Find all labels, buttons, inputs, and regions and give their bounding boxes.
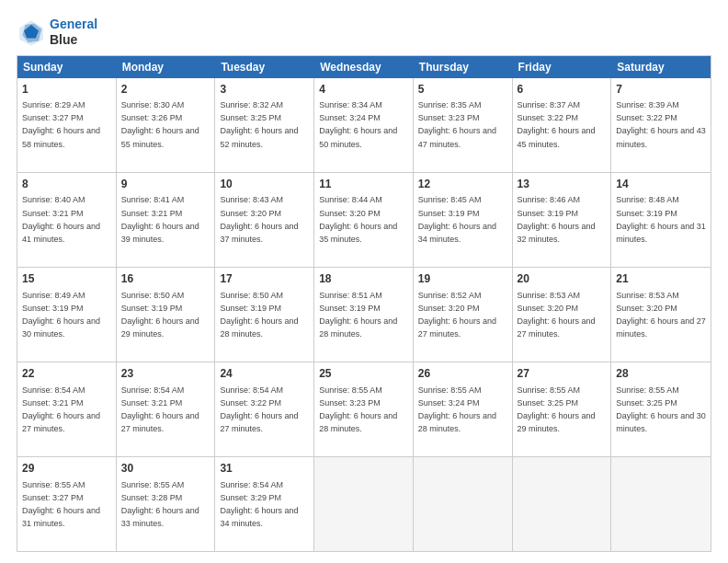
cell-info: Sunrise: 8:40 AMSunset: 3:21 PMDaylight:… — [22, 195, 100, 243]
cell-info: Sunrise: 8:32 AMSunset: 3:25 PMDaylight:… — [220, 100, 298, 148]
day-number: 10 — [220, 177, 309, 192]
cell-info: Sunrise: 8:55 AMSunset: 3:24 PMDaylight:… — [418, 385, 496, 433]
calendar-cell: 15 Sunrise: 8:49 AMSunset: 3:19 PMDaylig… — [17, 268, 117, 362]
calendar-cell: 10 Sunrise: 8:43 AMSunset: 3:20 PMDaylig… — [215, 173, 314, 267]
day-number: 31 — [220, 461, 309, 477]
calendar: SundayMondayTuesdayWednesdayThursdayFrid… — [17, 55, 711, 552]
day-number: 30 — [121, 461, 210, 477]
day-number: 5 — [418, 82, 507, 98]
calendar-cell: 8 Sunrise: 8:40 AMSunset: 3:21 PMDayligh… — [17, 173, 117, 267]
day-number: 16 — [121, 271, 210, 287]
calendar-header-cell: Wednesday — [314, 56, 414, 78]
cell-info: Sunrise: 8:55 AMSunset: 3:23 PMDaylight:… — [319, 385, 397, 433]
day-number: 24 — [220, 366, 309, 382]
day-number: 6 — [518, 82, 607, 98]
cell-info: Sunrise: 8:53 AMSunset: 3:20 PMDaylight:… — [616, 291, 706, 339]
calendar-cell: 21 Sunrise: 8:53 AMSunset: 3:20 PMDaylig… — [611, 268, 711, 362]
day-number: 26 — [418, 366, 507, 382]
calendar-cell: 5 Sunrise: 8:35 AMSunset: 3:23 PMDayligh… — [414, 78, 513, 172]
calendar-week: 8 Sunrise: 8:40 AMSunset: 3:21 PMDayligh… — [17, 173, 711, 268]
calendar-cell: 7 Sunrise: 8:39 AMSunset: 3:22 PMDayligh… — [611, 78, 711, 172]
day-number: 13 — [518, 177, 607, 192]
calendar-cell: 14 Sunrise: 8:48 AMSunset: 3:19 PMDaylig… — [611, 173, 711, 267]
day-number: 15 — [22, 271, 111, 287]
cell-info: Sunrise: 8:53 AMSunset: 3:20 PMDaylight:… — [518, 291, 596, 339]
calendar-cell: 20 Sunrise: 8:53 AMSunset: 3:20 PMDaylig… — [513, 268, 612, 362]
cell-info: Sunrise: 8:41 AMSunset: 3:21 PMDaylight:… — [121, 195, 199, 243]
cell-info: Sunrise: 8:46 AMSunset: 3:19 PMDaylight:… — [518, 195, 596, 243]
page: General Blue SundayMondayTuesdayWednesda… — [0, 0, 728, 563]
day-number: 2 — [121, 82, 210, 98]
cell-info: Sunrise: 8:50 AMSunset: 3:19 PMDaylight:… — [121, 291, 199, 339]
calendar-cell: 26 Sunrise: 8:55 AMSunset: 3:24 PMDaylig… — [414, 362, 513, 456]
day-number: 11 — [319, 177, 408, 192]
day-number: 20 — [518, 271, 607, 287]
calendar-cell: 2 Sunrise: 8:30 AMSunset: 3:26 PMDayligh… — [117, 78, 216, 172]
calendar-cell: 11 Sunrise: 8:44 AMSunset: 3:20 PMDaylig… — [314, 173, 414, 267]
calendar-week: 29 Sunrise: 8:55 AMSunset: 3:27 PMDaylig… — [17, 457, 711, 551]
day-number: 28 — [616, 366, 706, 382]
calendar-cell: 29 Sunrise: 8:55 AMSunset: 3:27 PMDaylig… — [17, 457, 117, 551]
day-number: 1 — [22, 82, 111, 98]
calendar-header-cell: Monday — [117, 56, 216, 78]
calendar-cell: 22 Sunrise: 8:54 AMSunset: 3:21 PMDaylig… — [17, 362, 117, 456]
calendar-cell-empty — [513, 457, 612, 551]
calendar-cell: 16 Sunrise: 8:50 AMSunset: 3:19 PMDaylig… — [117, 268, 216, 362]
calendar-cell: 12 Sunrise: 8:45 AMSunset: 3:19 PMDaylig… — [414, 173, 513, 267]
cell-info: Sunrise: 8:30 AMSunset: 3:26 PMDaylight:… — [121, 100, 199, 148]
calendar-cell-empty — [414, 457, 513, 551]
cell-info: Sunrise: 8:29 AMSunset: 3:27 PMDaylight:… — [22, 100, 100, 148]
day-number: 7 — [616, 82, 706, 98]
calendar-cell: 13 Sunrise: 8:46 AMSunset: 3:19 PMDaylig… — [513, 173, 612, 267]
day-number: 18 — [319, 271, 408, 287]
calendar-cell: 28 Sunrise: 8:55 AMSunset: 3:25 PMDaylig… — [611, 362, 711, 456]
day-number: 3 — [220, 82, 309, 98]
cell-info: Sunrise: 8:54 AMSunset: 3:22 PMDaylight:… — [220, 385, 298, 433]
calendar-header-cell: Tuesday — [215, 56, 314, 78]
calendar-header: SundayMondayTuesdayWednesdayThursdayFrid… — [17, 56, 711, 78]
day-number: 22 — [22, 366, 111, 382]
cell-info: Sunrise: 8:55 AMSunset: 3:28 PMDaylight:… — [121, 480, 199, 528]
cell-info: Sunrise: 8:45 AMSunset: 3:19 PMDaylight:… — [418, 195, 496, 243]
calendar-cell: 27 Sunrise: 8:55 AMSunset: 3:25 PMDaylig… — [513, 362, 612, 456]
day-number: 14 — [616, 177, 706, 192]
calendar-cell-empty — [611, 457, 711, 551]
day-number: 12 — [418, 177, 507, 192]
cell-info: Sunrise: 8:48 AMSunset: 3:19 PMDaylight:… — [616, 195, 706, 243]
calendar-cell: 30 Sunrise: 8:55 AMSunset: 3:28 PMDaylig… — [117, 457, 216, 551]
cell-info: Sunrise: 8:54 AMSunset: 3:29 PMDaylight:… — [220, 480, 298, 528]
cell-info: Sunrise: 8:44 AMSunset: 3:20 PMDaylight:… — [319, 195, 397, 243]
calendar-header-cell: Saturday — [611, 56, 711, 78]
cell-info: Sunrise: 8:37 AMSunset: 3:22 PMDaylight:… — [518, 100, 596, 148]
day-number: 17 — [220, 271, 309, 287]
calendar-cell: 17 Sunrise: 8:50 AMSunset: 3:19 PMDaylig… — [215, 268, 314, 362]
cell-info: Sunrise: 8:35 AMSunset: 3:23 PMDaylight:… — [418, 100, 496, 148]
calendar-cell: 19 Sunrise: 8:52 AMSunset: 3:20 PMDaylig… — [414, 268, 513, 362]
cell-info: Sunrise: 8:43 AMSunset: 3:20 PMDaylight:… — [220, 195, 298, 243]
calendar-header-cell: Friday — [513, 56, 612, 78]
day-number: 27 — [518, 366, 607, 382]
calendar-week: 1 Sunrise: 8:29 AMSunset: 3:27 PMDayligh… — [17, 78, 711, 173]
day-number: 8 — [22, 177, 111, 192]
cell-info: Sunrise: 8:55 AMSunset: 3:25 PMDaylight:… — [616, 385, 706, 433]
calendar-body: 1 Sunrise: 8:29 AMSunset: 3:27 PMDayligh… — [17, 78, 711, 551]
calendar-cell: 6 Sunrise: 8:37 AMSunset: 3:22 PMDayligh… — [513, 78, 612, 172]
logo-text: General Blue — [50, 17, 97, 48]
calendar-cell: 25 Sunrise: 8:55 AMSunset: 3:23 PMDaylig… — [314, 362, 414, 456]
cell-info: Sunrise: 8:52 AMSunset: 3:20 PMDaylight:… — [418, 291, 496, 339]
day-number: 21 — [616, 271, 706, 287]
logo-icon — [17, 17, 46, 47]
cell-info: Sunrise: 8:49 AMSunset: 3:19 PMDaylight:… — [22, 291, 100, 339]
calendar-cell-empty — [314, 457, 414, 551]
day-number: 23 — [121, 366, 210, 382]
calendar-header-cell: Sunday — [17, 56, 117, 78]
day-number: 4 — [319, 82, 408, 98]
calendar-week: 22 Sunrise: 8:54 AMSunset: 3:21 PMDaylig… — [17, 362, 711, 457]
cell-info: Sunrise: 8:34 AMSunset: 3:24 PMDaylight:… — [319, 100, 397, 148]
calendar-cell: 1 Sunrise: 8:29 AMSunset: 3:27 PMDayligh… — [17, 78, 117, 172]
cell-info: Sunrise: 8:54 AMSunset: 3:21 PMDaylight:… — [121, 385, 199, 433]
cell-info: Sunrise: 8:54 AMSunset: 3:21 PMDaylight:… — [22, 385, 100, 433]
logo: General Blue — [17, 17, 97, 48]
cell-info: Sunrise: 8:55 AMSunset: 3:25 PMDaylight:… — [518, 385, 596, 433]
cell-info: Sunrise: 8:50 AMSunset: 3:19 PMDaylight:… — [220, 291, 298, 339]
